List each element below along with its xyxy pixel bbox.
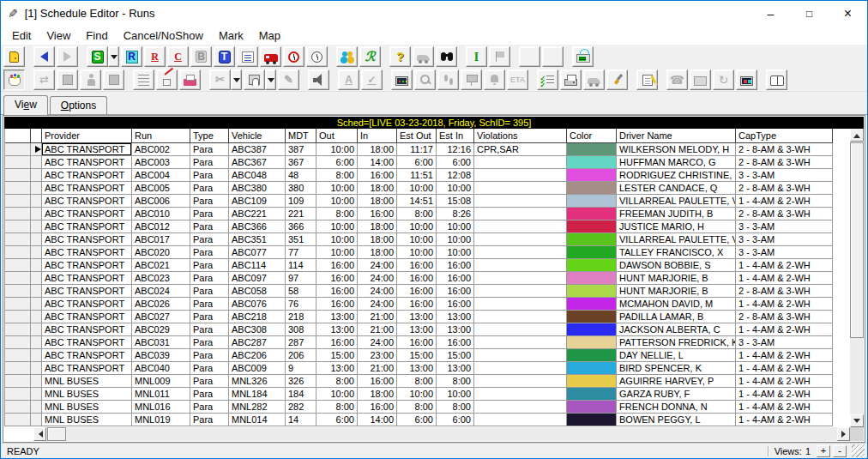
cell-out[interactable]: 8:00 (316, 401, 358, 414)
cell-est-out[interactable]: 10:00 (397, 233, 437, 246)
cell-provider[interactable]: ABC TRANSPORT (42, 349, 132, 362)
cell-driver-name[interactable]: WILKERSON MELODY, H (617, 143, 736, 156)
cell-est-out[interactable]: 6:00 (397, 156, 437, 169)
cell-mdt[interactable]: 380 (286, 182, 316, 195)
cell-out[interactable]: 10:00 (316, 182, 358, 195)
cell-color[interactable] (567, 336, 617, 349)
cell-violations[interactable] (474, 349, 567, 362)
cell-provider[interactable]: ABC TRANSPORT (42, 362, 132, 375)
cell-est-out[interactable]: 10:00 (397, 388, 437, 401)
cell-vehicle[interactable]: ABC077 (229, 246, 286, 259)
cell-vehicle[interactable]: ABC367 (229, 156, 286, 169)
cell-out[interactable]: 10:00 (316, 246, 358, 259)
cell-mdt[interactable]: 218 (286, 311, 316, 323)
cell-run[interactable]: MNL009 (132, 375, 190, 388)
column-header-run[interactable]: Run (132, 129, 190, 143)
vertical-scrollbar[interactable] (850, 129, 864, 427)
row-selector[interactable] (31, 298, 42, 311)
cell-out[interactable]: 16:00 (316, 336, 358, 349)
cell-run[interactable]: ABC004 (132, 169, 190, 182)
cell-run[interactable]: ABC003 (132, 156, 190, 169)
views-decrease-button[interactable]: - (833, 445, 847, 457)
cell-mdt[interactable]: 206 (286, 349, 316, 362)
cell-color[interactable] (567, 375, 617, 388)
cell-out[interactable]: 8:00 (316, 375, 358, 388)
cell-run[interactable]: ABC039 (132, 349, 190, 362)
cell-est-out[interactable]: 10:00 (397, 220, 437, 233)
cell-violations[interactable] (474, 220, 567, 233)
resize-grip[interactable] (852, 444, 865, 457)
schedules-button-dropdown[interactable] (108, 46, 119, 67)
cell-mdt[interactable]: 366 (286, 220, 316, 233)
cell-driver-name[interactable]: BOWEN PEGGY, L (617, 414, 736, 426)
cell-run[interactable]: ABC010 (132, 208, 190, 220)
cell-violations[interactable] (474, 311, 567, 323)
cell-mdt[interactable]: 109 (286, 195, 316, 208)
cell-captype[interactable]: 1 - 4-AM & 2-WH (736, 362, 833, 375)
cell-type[interactable]: Para (190, 143, 229, 156)
monitor-button[interactable] (391, 69, 413, 90)
cell-mdt[interactable]: 14 (286, 414, 316, 426)
cell-mdt[interactable]: 58 (286, 285, 316, 298)
cell-driver-name[interactable]: HUFFMAN MARCO, G (617, 156, 736, 169)
cell-vehicle[interactable]: ABC097 (229, 272, 286, 285)
mdt-button[interactable] (572, 46, 594, 67)
checklist-button[interactable] (537, 69, 558, 90)
cell-est-out[interactable]: 16:00 (397, 285, 437, 298)
column-header-driver-name[interactable]: Driver Name (617, 129, 736, 143)
cell-est-out[interactable]: 13:00 (397, 323, 437, 336)
cell-mdt[interactable]: 221 (286, 208, 316, 220)
menu-mark[interactable]: Mark (211, 27, 251, 44)
cell-captype[interactable]: 1 - 4-AM & 2-WH (736, 401, 833, 414)
row-selector[interactable] (31, 233, 42, 246)
book-button[interactable] (766, 69, 787, 90)
cell-in[interactable]: 21:00 (358, 323, 397, 336)
cell-mdt[interactable]: 326 (286, 375, 316, 388)
cell-in[interactable]: 16:00 (358, 375, 397, 388)
row-selector[interactable] (31, 414, 42, 426)
cell-captype[interactable]: 3 - 3-AM (736, 246, 833, 259)
cell-color[interactable] (567, 208, 617, 220)
row-selector[interactable] (31, 336, 42, 349)
cell-out[interactable]: 6:00 (316, 414, 358, 426)
row-selector[interactable] (31, 143, 42, 156)
cell-violations[interactable] (474, 388, 567, 401)
ink-button[interactable] (156, 69, 178, 90)
cell-violations[interactable] (474, 246, 567, 259)
cell-type[interactable]: Para (190, 349, 229, 362)
cell-provider[interactable]: ABC TRANSPORT (42, 272, 132, 285)
cell-in[interactable]: 24:00 (358, 285, 397, 298)
cell-out[interactable]: 15:00 (316, 349, 358, 362)
cell-out[interactable]: 16:00 (316, 285, 358, 298)
cell-provider[interactable]: ABC TRANSPORT (42, 336, 132, 349)
cell-out[interactable]: 10:00 (316, 195, 358, 208)
save-button[interactable] (244, 69, 265, 90)
cell-run[interactable]: MNL011 (132, 388, 190, 401)
row-selector[interactable] (31, 259, 42, 272)
cell-captype[interactable]: 2 - 8-AM & 3-WH (736, 143, 833, 156)
cell-est-in[interactable]: 12:16 (437, 143, 474, 156)
row-selector[interactable] (31, 323, 42, 336)
cell-provider[interactable]: MNL BUSES (42, 414, 132, 426)
cell-est-in[interactable]: 16:00 (437, 336, 474, 349)
cell-in[interactable]: 23:00 (358, 349, 397, 362)
cell-provider[interactable]: ABC TRANSPORT (42, 195, 132, 208)
cell-vehicle[interactable]: ABC380 (229, 182, 286, 195)
back-button[interactable] (33, 46, 55, 67)
cell-in[interactable]: 18:00 (358, 195, 397, 208)
cell-type[interactable]: Para (190, 220, 229, 233)
cell-driver-name[interactable]: JUSTICE MARIO, H (617, 220, 736, 233)
cell-provider[interactable]: ABC TRANSPORT (42, 143, 132, 156)
cell-vehicle[interactable]: ABC058 (229, 285, 286, 298)
column-header-est-out[interactable]: Est Out (397, 129, 437, 143)
cell-type[interactable]: Para (190, 336, 229, 349)
row-selector[interactable] (31, 362, 42, 375)
cell-vehicle[interactable]: ABC308 (229, 323, 286, 336)
menu-view[interactable]: View (39, 27, 78, 44)
cell-type[interactable]: Para (190, 182, 229, 195)
cell-out[interactable]: 13:00 (316, 323, 358, 336)
cell-provider[interactable]: ABC TRANSPORT (42, 323, 132, 336)
column-header-provider[interactable]: Provider (42, 129, 132, 143)
vehicles-button[interactable] (260, 46, 281, 67)
cell-captype[interactable]: 1 - 4-AM & 2-WH (736, 259, 833, 272)
